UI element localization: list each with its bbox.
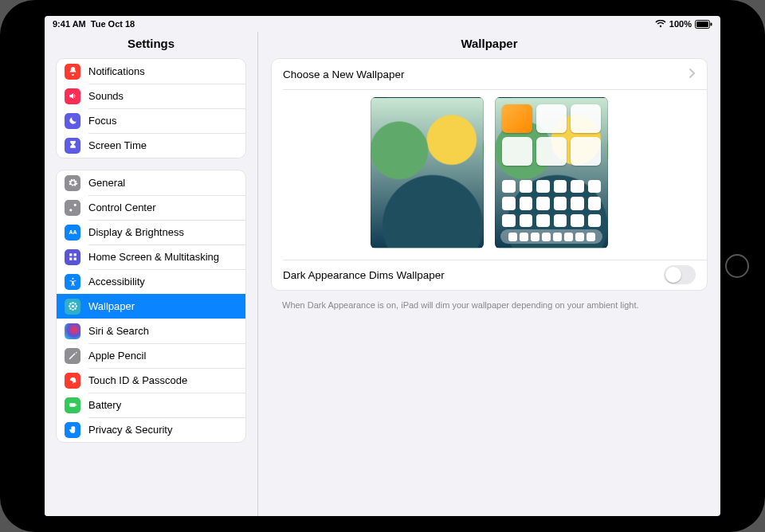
flower-icon xyxy=(65,299,80,315)
sidebar-item-label: Battery xyxy=(88,399,121,411)
sidebar-item-label: Apple Pencil xyxy=(88,350,146,362)
dark-dims-row: Dark Appearance Dims Wallpaper xyxy=(272,260,707,290)
pencil-icon xyxy=(65,348,80,364)
speaker-icon xyxy=(65,88,80,104)
sidebar-item-siri-search[interactable]: Siri & Search xyxy=(57,319,245,343)
svg-point-6 xyxy=(72,302,73,303)
wallpaper-panel: Wallpaper Choose a New Wallpaper xyxy=(258,32,720,516)
bell-icon xyxy=(65,64,80,80)
moon-icon xyxy=(65,113,80,129)
fingerprint-icon xyxy=(65,373,80,389)
svg-point-12 xyxy=(69,307,71,309)
hand-icon xyxy=(65,422,80,438)
sidebar-group-general: General Control Center AA Display & Brig… xyxy=(56,170,246,443)
sidebar-item-sounds[interactable]: Sounds xyxy=(57,84,245,108)
choose-wallpaper-row[interactable]: Choose a New Wallpaper xyxy=(272,59,707,89)
sidebar-item-apple-pencil[interactable]: Apple Pencil xyxy=(57,343,245,368)
svg-point-5 xyxy=(71,305,73,307)
sidebar-group-notifications: Notifications Sounds Focus Screen Time xyxy=(56,58,246,158)
sidebar-item-accessibility[interactable]: Accessibility xyxy=(57,269,245,294)
dark-dims-footer: When Dark Appearance is on, iPad will di… xyxy=(258,297,720,313)
battery-icon xyxy=(695,20,712,29)
sidebar-item-label: Screen Time xyxy=(88,139,147,151)
svg-point-9 xyxy=(75,305,76,307)
sidebar-item-label: Control Center xyxy=(88,201,156,213)
sidebar-item-focus[interactable]: Focus xyxy=(57,108,245,133)
person-icon xyxy=(65,274,80,290)
svg-point-11 xyxy=(74,303,76,304)
sidebar-item-privacy[interactable]: Privacy & Security xyxy=(57,417,245,442)
home-screen-preview[interactable] xyxy=(495,97,608,248)
sidebar-item-notifications[interactable]: Notifications xyxy=(57,59,245,84)
settings-sidebar: Settings Notifications Sounds Focus xyxy=(45,32,258,516)
sidebar-item-wallpaper[interactable]: Wallpaper xyxy=(57,294,245,319)
status-time: 9:41 AM xyxy=(53,19,86,29)
lock-screen-preview[interactable] xyxy=(371,97,484,248)
sidebar-item-screen-time[interactable]: Screen Time xyxy=(57,133,245,158)
svg-point-8 xyxy=(68,305,69,307)
sidebar-item-label: Focus xyxy=(88,115,116,127)
wallpaper-section: Choose a New Wallpaper xyxy=(271,58,708,291)
status-bar: 9:41 AM Tue Oct 18 100% xyxy=(45,16,720,32)
wallpaper-previews xyxy=(272,89,707,260)
siri-icon xyxy=(65,323,80,339)
sidebar-item-label: Accessibility xyxy=(88,276,145,288)
switches-icon xyxy=(65,200,80,216)
sidebar-item-label: Wallpaper xyxy=(88,300,135,312)
svg-rect-15 xyxy=(76,404,76,405)
choose-wallpaper-label: Choose a New Wallpaper xyxy=(283,68,405,80)
svg-rect-14 xyxy=(69,403,76,406)
page-title: Wallpaper xyxy=(258,32,720,58)
sidebar-item-general[interactable]: General xyxy=(57,170,245,195)
home-button[interactable] xyxy=(725,254,749,278)
sidebar-item-label: Siri & Search xyxy=(88,325,149,337)
battery-icon xyxy=(65,397,80,413)
sidebar-item-touch-id[interactable]: Touch ID & Passcode xyxy=(57,368,245,393)
svg-rect-1 xyxy=(696,22,708,27)
sidebar-item-label: General xyxy=(88,177,125,189)
hourglass-icon xyxy=(65,138,80,154)
status-date: Tue Oct 18 xyxy=(91,19,135,29)
svg-point-10 xyxy=(69,303,71,304)
wifi-icon xyxy=(655,20,666,28)
svg-point-7 xyxy=(72,309,73,311)
battery-percent: 100% xyxy=(669,19,692,29)
sidebar-title: Settings xyxy=(45,32,257,58)
sidebar-item-label: Privacy & Security xyxy=(88,424,172,436)
svg-point-13 xyxy=(74,307,76,309)
svg-text:AA: AA xyxy=(69,229,76,235)
sidebar-item-label: Notifications xyxy=(88,65,145,77)
gear-icon xyxy=(65,175,80,191)
sidebar-item-display-brightness[interactable]: AA Display & Brightness xyxy=(57,220,245,244)
dark-dims-toggle[interactable] xyxy=(664,265,696,284)
grid-icon xyxy=(65,249,80,265)
sidebar-item-home-screen[interactable]: Home Screen & Multitasking xyxy=(57,244,245,269)
svg-point-4 xyxy=(72,278,73,280)
sidebar-item-control-center[interactable]: Control Center xyxy=(57,195,245,220)
sidebar-item-label: Sounds xyxy=(88,90,124,102)
screen: 9:41 AM Tue Oct 18 100% Settings xyxy=(45,16,720,516)
sidebar-item-label: Touch ID & Passcode xyxy=(88,374,187,386)
aa-icon: AA xyxy=(65,225,80,241)
sidebar-item-battery[interactable]: Battery xyxy=(57,393,245,417)
chevron-right-icon xyxy=(689,68,696,80)
sidebar-item-label: Display & Brightness xyxy=(88,226,184,238)
dark-dims-label: Dark Appearance Dims Wallpaper xyxy=(283,269,445,281)
sidebar-item-label: Home Screen & Multitasking xyxy=(88,251,219,263)
svg-rect-2 xyxy=(711,22,712,25)
ipad-device-frame: 9:41 AM Tue Oct 18 100% Settings xyxy=(0,0,765,532)
